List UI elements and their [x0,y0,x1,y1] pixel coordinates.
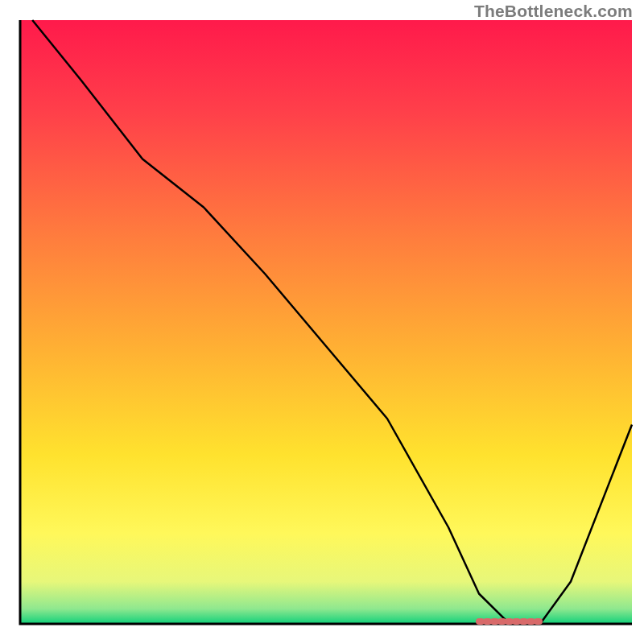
chart-container: TheBottleneck.com [0,0,644,644]
chart-background [20,20,632,624]
bottleneck-chart [0,0,644,644]
watermark-text: TheBottleneck.com [474,2,633,21]
